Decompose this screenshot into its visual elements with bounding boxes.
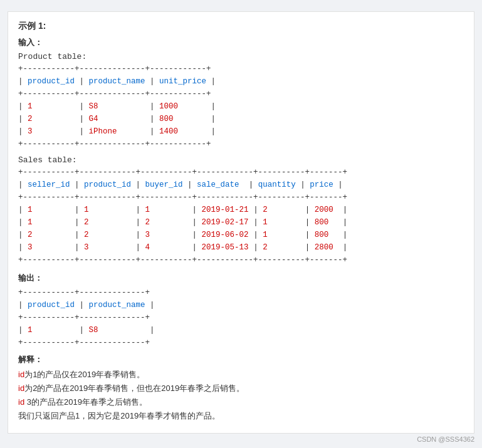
input-label: 输入： xyxy=(18,37,464,48)
explain-line-1: id为1的产品仅在2019年春季销售。 xyxy=(18,368,464,382)
explain-section: 解释： id为1的产品仅在2019年春季销售。 id为2的产品在2019年春季销… xyxy=(18,354,464,423)
explain-text: id为1的产品仅在2019年春季销售。 id为2的产品在2019年春季销售，但也… xyxy=(18,368,464,423)
watermark: CSDN @SSS4362 xyxy=(417,435,474,443)
explain-label: 解释： xyxy=(18,354,464,365)
explain-line-2: id为2的产品在2019年春季销售，但也在2019年春季之后销售。 xyxy=(18,382,464,395)
output-label: 输出： xyxy=(18,273,464,284)
output-table: +-----------+--------------+ | product_i… xyxy=(18,286,464,349)
sales-table: +-----------+------------+-----------+--… xyxy=(18,166,464,266)
section-title: 示例 1: xyxy=(18,21,464,32)
product-table: +-----------+--------------+------------… xyxy=(18,63,464,150)
content-box: 示例 1: 输入： Product table: +-----------+--… xyxy=(8,11,474,434)
product-table-label: Product table: xyxy=(18,52,464,61)
sales-table-label: Sales table: xyxy=(18,155,464,165)
explain-line-4: 我们只返回产品1，因为它是2019年春季才销售的产品。 xyxy=(18,409,464,423)
explain-line-3: id 3的产品在2019年春季之后销售。 xyxy=(18,395,464,409)
page-container: 示例 1: 输入： Product table: +-----------+--… xyxy=(0,0,482,448)
